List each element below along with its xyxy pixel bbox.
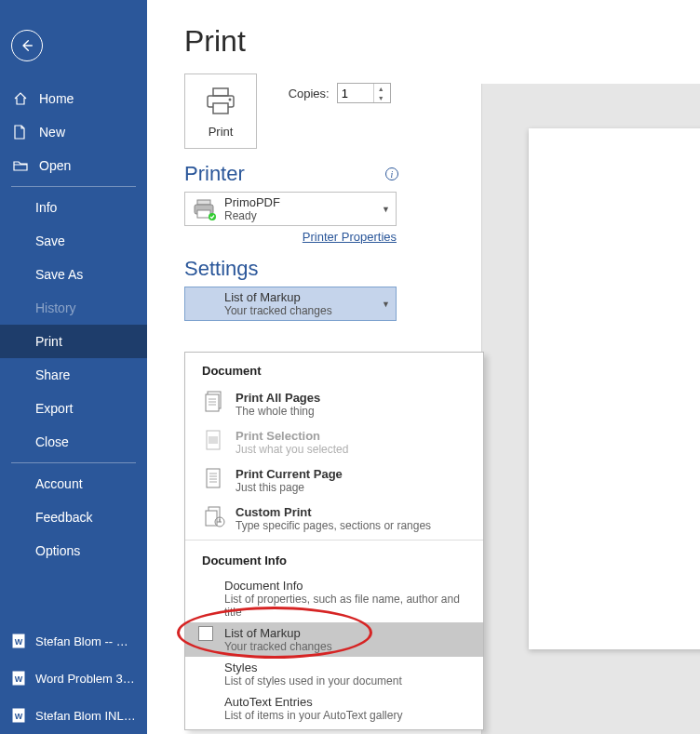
recent-files: W Stefan Blom -- MD... W Word Problem 3.… (0, 622, 147, 734)
opt-sub: Type specific pages, sections or ranges (236, 519, 470, 532)
opt-title: Print Current Page (236, 467, 470, 481)
checkbox-icon (198, 626, 213, 641)
printer-properties-link[interactable]: Printer Properties (184, 230, 397, 244)
sidebar-label: Close (35, 434, 69, 449)
svg-rect-11 (213, 103, 228, 113)
opt-document-info[interactable]: Document Info List of properties, such a… (185, 575, 483, 622)
sidebar-item-home[interactable]: Home (0, 82, 147, 115)
sidebar-item-save[interactable]: Save (0, 224, 147, 258)
printer-name: PrimoPDF (224, 195, 382, 209)
spinner-up[interactable]: ▲ (374, 84, 388, 93)
opt-print-current-page[interactable]: Print Current PageJust this page (185, 461, 483, 500)
opt-title: Styles (224, 661, 470, 674)
opt-sub: Just this page (236, 481, 470, 494)
sidebar-item-print[interactable]: Print (0, 325, 147, 358)
copies-spinner[interactable]: ▲ ▼ (337, 83, 391, 103)
sidebar-label: Account (35, 476, 83, 491)
back-arrow-icon (20, 38, 34, 53)
opt-title: Print Selection (236, 429, 470, 443)
svg-rect-18 (206, 394, 219, 411)
opt-sub: List of styles used in your document (224, 674, 470, 687)
opt-styles[interactable]: Styles List of styles used in your docum… (185, 657, 483, 691)
svg-text:W: W (15, 637, 23, 647)
popup-group-doc-info: Document Info (185, 542, 483, 575)
printer-section-head: Printer i (184, 162, 398, 186)
popup-group-document: Document (185, 353, 483, 385)
word-doc-icon: W (11, 633, 26, 649)
opt-print-selection: Print SelectionJust what you selected (185, 423, 483, 461)
recent-file-item[interactable]: W Word Problem 3.d... (0, 660, 147, 697)
opt-title: AutoText Entries (224, 695, 470, 709)
sidebar-separator (11, 186, 136, 187)
sidebar-item-info[interactable]: Info (0, 191, 147, 224)
sidebar-label: Open (39, 158, 71, 173)
settings-text: List of Markup Your tracked changes (224, 290, 382, 317)
opt-sub: List of items in your AutoText gallery (224, 709, 470, 722)
home-icon (13, 91, 30, 106)
opt-custom-print[interactable]: Custom PrintType specific pages, section… (185, 500, 483, 538)
sidebar-label: Export (35, 401, 73, 416)
sidebar-label: Feedback (35, 510, 92, 525)
print-button-label: Print (204, 125, 237, 139)
preview-pane (481, 84, 700, 734)
svg-rect-24 (207, 469, 220, 487)
sidebar-item-new[interactable]: New (0, 115, 147, 149)
spinner-down[interactable]: ▼ (374, 93, 388, 102)
chevron-down-icon: ▼ (382, 205, 390, 214)
recent-file-name: Stefan Blom -- MD... (35, 634, 136, 648)
copies-field: Copies: ▲ ▼ (289, 83, 391, 103)
preview-page (529, 128, 700, 649)
opt-sub: List of properties, such as file name, a… (224, 593, 470, 619)
page-selection-icon (202, 429, 226, 453)
opt-title: Print All Pages (236, 391, 470, 405)
opt-sub: Just what you selected (236, 443, 470, 456)
recent-file-item[interactable]: W Stefan Blom -- MD... (0, 622, 147, 660)
opt-title: Document Info (224, 579, 470, 593)
svg-point-12 (229, 99, 232, 101)
sidebar-separator (11, 462, 136, 463)
settings-popup: Document Print All PagesThe whole thing … (184, 352, 484, 730)
opt-sub: Your tracked changes (224, 640, 470, 653)
sidebar-label: Save As (35, 267, 83, 282)
settings-sub: Your tracked changes (224, 304, 382, 317)
sidebar-item-options[interactable]: Options (0, 534, 147, 567)
page-title: Print (184, 24, 700, 59)
opt-sub: The whole thing (236, 405, 470, 418)
info-icon[interactable]: i (385, 167, 398, 180)
sidebar-label: Share (35, 367, 70, 382)
sidebar-label: Info (35, 200, 57, 215)
sidebar-item-export[interactable]: Export (0, 392, 147, 425)
settings-dropdown[interactable]: List of Markup Your tracked changes ▼ (184, 287, 397, 321)
popup-separator (185, 540, 483, 540)
sidebar-item-close[interactable]: Close (0, 425, 147, 459)
spinner-arrows: ▲ ▼ (373, 84, 388, 102)
sidebar-label: New (39, 125, 65, 140)
printer-status-icon (191, 196, 221, 222)
backstage-sidebar: Home New Open Info Save Save As History … (0, 0, 147, 734)
opt-title: Custom Print (236, 505, 470, 519)
sidebar-item-feedback[interactable]: Feedback (0, 500, 147, 534)
svg-text:W: W (15, 712, 23, 721)
sidebar-item-save-as[interactable]: Save As (0, 258, 147, 291)
sidebar-item-history: History (0, 291, 147, 325)
sidebar-item-open[interactable]: Open (0, 149, 147, 182)
svg-text:W: W (15, 674, 23, 684)
opt-title: List of Markup (224, 626, 470, 640)
svg-rect-9 (213, 88, 228, 96)
svg-rect-23 (209, 436, 218, 444)
printer-dropdown[interactable]: PrimoPDF Ready ▼ (184, 192, 397, 226)
opt-autotext-entries[interactable]: AutoText Entries List of items in your A… (185, 691, 483, 726)
back-button[interactable] (11, 30, 43, 61)
sidebar-label: Print (35, 334, 62, 349)
opt-print-all-pages[interactable]: Print All PagesThe whole thing (185, 385, 483, 423)
sidebar-item-account[interactable]: Account (0, 467, 147, 500)
word-doc-icon: W (11, 707, 26, 724)
recent-file-item[interactable]: W Stefan Blom INL1 P... (0, 697, 147, 734)
opt-list-of-markup[interactable]: List of Markup Your tracked changes (185, 622, 483, 657)
printer-status: Ready (224, 209, 382, 222)
sidebar-item-share[interactable]: Share (0, 358, 147, 392)
settings-title: List of Markup (224, 290, 382, 304)
new-doc-icon (13, 125, 30, 140)
print-button[interactable]: Print (184, 73, 257, 149)
copies-input[interactable] (338, 84, 373, 102)
